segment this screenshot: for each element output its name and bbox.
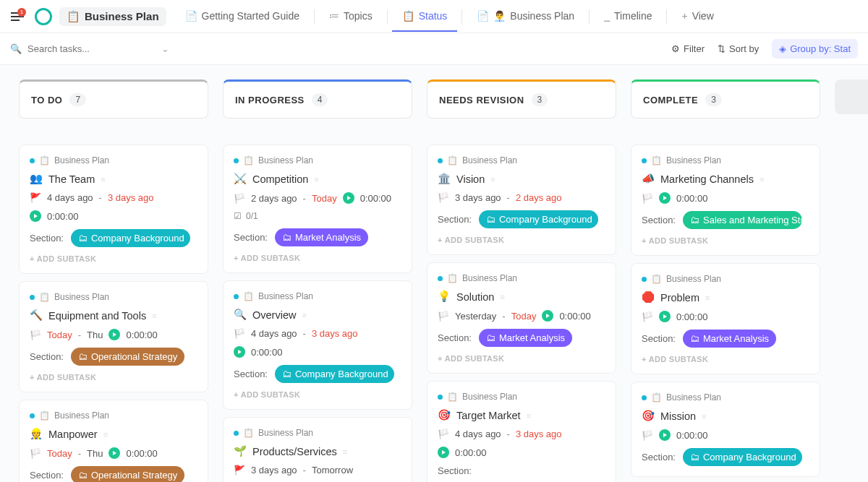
section-pill[interactable]: 🗂Market Analysis xyxy=(479,329,572,347)
section-pill[interactable]: 🗂Company Background xyxy=(275,365,394,383)
section-pill[interactable]: 🗂Company Background xyxy=(683,448,802,466)
section-pill[interactable]: 🗂Market Analysis xyxy=(275,228,368,246)
tab-timeline[interactable]: ⎯Timeline xyxy=(594,1,662,32)
play-icon[interactable] xyxy=(659,429,671,441)
add-subtask-button[interactable]: + ADD SUBTASK xyxy=(30,373,197,382)
drag-icon[interactable]: ≡ xyxy=(343,447,347,456)
play-icon[interactable] xyxy=(234,346,245,358)
flag-icon: 🏳️ xyxy=(30,330,41,340)
add-subtask-button[interactable]: + ADD SUBTASK xyxy=(234,390,401,399)
tab-business-plan[interactable]: 📄👨‍💼Business Plan xyxy=(467,1,584,32)
task-card[interactable]: 📋Business Plan 🌱Products/Services≡ 🚩 3 d… xyxy=(223,417,412,482)
card-emoji: 👥 xyxy=(30,173,43,185)
card-title[interactable]: 🔨Equipment and Tools≡ xyxy=(30,309,197,322)
drag-icon[interactable]: ≡ xyxy=(500,293,504,301)
add-subtask-button[interactable]: + ADD SUBTASK xyxy=(438,354,605,363)
workspace-emoji: 📋 xyxy=(67,10,80,23)
task-card[interactable]: 📋Business Plan 🔨Equipment and Tools≡ 🏳️ … xyxy=(19,281,208,392)
card-title[interactable]: 🔍Overview≡ xyxy=(234,309,401,321)
tab-icon: 📋 xyxy=(402,10,414,22)
card-title[interactable]: ⚔️Competition≡ xyxy=(234,173,401,185)
logo-icon[interactable] xyxy=(35,8,52,25)
add-subtask-button[interactable]: + ADD SUBTASK xyxy=(30,254,197,263)
section-pill[interactable]: 🗂Sales and Marketing Str... xyxy=(683,211,802,229)
card-dates: 🚩 4 days ago - 3 days ago xyxy=(30,192,197,203)
card-title[interactable]: 👷Manpower≡ xyxy=(30,428,197,440)
group-by-button[interactable]: ◈Group by: Stat xyxy=(772,39,858,59)
task-card[interactable]: 📋Business Plan 🎯Mission≡ 🏳️0:00:00 Secti… xyxy=(631,382,820,477)
play-icon[interactable] xyxy=(30,210,41,222)
flag-icon: 🏳️ xyxy=(438,311,449,322)
add-subtask-button[interactable]: + ADD SUBTASK xyxy=(234,254,401,262)
add-column-placeholder[interactable] xyxy=(835,79,868,114)
column-header[interactable]: TO DO 7 xyxy=(19,79,208,119)
filter-button[interactable]: ⚙Filter xyxy=(671,43,705,54)
card-title[interactable]: 👥The Team≡ xyxy=(30,173,197,185)
drag-icon[interactable]: ≡ xyxy=(705,293,710,302)
tab-status[interactable]: 📋Status xyxy=(392,1,458,32)
search-input[interactable] xyxy=(27,43,156,54)
drag-icon[interactable]: ≡ xyxy=(527,411,531,420)
task-card[interactable]: 📋Business Plan 👥The Team≡ 🚩 4 days ago -… xyxy=(19,145,208,274)
task-card[interactable]: 📋Business Plan 🏛️Vision≡ 🏳️ 3 days ago -… xyxy=(427,145,616,255)
card-title[interactable]: 🌱Products/Services≡ xyxy=(234,445,401,457)
task-card[interactable]: 📋Business Plan 🛑Problem≡ 🏳️0:00:00 Secti… xyxy=(631,263,820,374)
drag-icon[interactable]: ≡ xyxy=(702,412,706,421)
task-card[interactable]: 📋Business Plan 📣Marketing Channels≡ 🏳️0:… xyxy=(631,145,820,256)
pill-icon: 🗂 xyxy=(486,214,495,225)
section-pill[interactable]: 🗂Company Background xyxy=(479,210,598,228)
card-breadcrumb: 📋Business Plan xyxy=(438,273,605,283)
column-header[interactable]: NEEDS REVISION 3 xyxy=(427,79,616,119)
workspace-title[interactable]: 📋 Business Plan xyxy=(59,7,166,26)
pill-icon: 🗂 xyxy=(690,215,699,225)
drag-icon[interactable]: ≡ xyxy=(760,175,764,184)
search-box[interactable]: 🔍 ⌄ xyxy=(10,43,169,54)
drag-icon[interactable]: ≡ xyxy=(314,175,318,184)
task-card[interactable]: 📋Business Plan 🎯Target Market≡ 🏳️ 4 days… xyxy=(427,381,616,482)
task-card[interactable]: 📋Business Plan 👷Manpower≡ 🏳️ Today - Thu… xyxy=(19,400,208,482)
task-card[interactable]: 📋Business Plan 💡Solution≡ 🏳️ Yesterday -… xyxy=(427,262,616,374)
play-icon[interactable] xyxy=(542,310,553,322)
card-title[interactable]: 💡Solution≡ xyxy=(438,291,605,303)
drag-icon[interactable]: ≡ xyxy=(490,175,495,184)
column-header[interactable]: COMPLETE 3 xyxy=(631,79,820,119)
card-title[interactable]: 🎯Target Market≡ xyxy=(438,409,605,421)
column-header[interactable]: IN PROGRESS 4 xyxy=(223,79,412,119)
play-icon[interactable] xyxy=(659,311,671,322)
section-pill[interactable]: 🗂Company Background xyxy=(71,229,190,247)
card-breadcrumb: 📋Business Plan xyxy=(642,274,809,284)
section-pill[interactable]: 🗂Operational Strategy xyxy=(71,348,184,366)
play-icon[interactable] xyxy=(659,192,671,204)
add-subtask-button[interactable]: + ADD SUBTASK xyxy=(642,355,809,363)
card-title[interactable]: 🛑Problem≡ xyxy=(642,291,809,304)
card-title[interactable]: 🏛️Vision≡ xyxy=(438,173,605,185)
card-title[interactable]: 🎯Mission≡ xyxy=(642,410,809,422)
tab-topics[interactable]: ≔Topics xyxy=(319,1,383,32)
drag-icon[interactable]: ≡ xyxy=(302,311,306,319)
chevron-down-icon[interactable]: ⌄ xyxy=(161,43,169,54)
tab-getting-started-guide[interactable]: 📄Getting Started Guide xyxy=(175,1,310,32)
sort-button[interactable]: ⇅Sort by xyxy=(718,43,759,54)
add-subtask-button[interactable]: + ADD SUBTASK xyxy=(642,236,809,245)
drag-icon[interactable]: ≡ xyxy=(101,175,105,184)
play-icon[interactable] xyxy=(109,447,120,459)
task-card[interactable]: 📋Business Plan 🔍Overview≡ 🏳️ 4 days ago … xyxy=(223,280,412,410)
section-label: Section: xyxy=(642,452,676,462)
flag-icon: 🏳️ xyxy=(438,429,449,439)
play-icon[interactable] xyxy=(109,329,120,340)
tab-view[interactable]: +View xyxy=(671,1,723,32)
add-subtask-button[interactable]: + ADD SUBTASK xyxy=(438,236,605,244)
menu-button[interactable]: 1 xyxy=(7,7,27,27)
drag-icon[interactable]: ≡ xyxy=(152,311,156,320)
flag-icon: 🚩 xyxy=(30,192,41,203)
drag-icon[interactable]: ≡ xyxy=(103,430,108,439)
group-icon: ◈ xyxy=(779,43,786,54)
pill-icon: 🗂 xyxy=(282,369,292,379)
section-pill[interactable]: 🗂Operational Strategy xyxy=(71,466,184,482)
section-pill[interactable]: 🗂Market Analysis xyxy=(683,330,776,348)
card-title[interactable]: 📣Marketing Channels≡ xyxy=(642,173,809,185)
play-icon[interactable] xyxy=(343,192,354,204)
task-card[interactable]: 📋Business Plan ⚔️Competition≡ 🏳️ 2 days … xyxy=(223,145,412,273)
flag-icon: 🏳️ xyxy=(642,311,653,322)
play-icon[interactable] xyxy=(438,447,449,458)
